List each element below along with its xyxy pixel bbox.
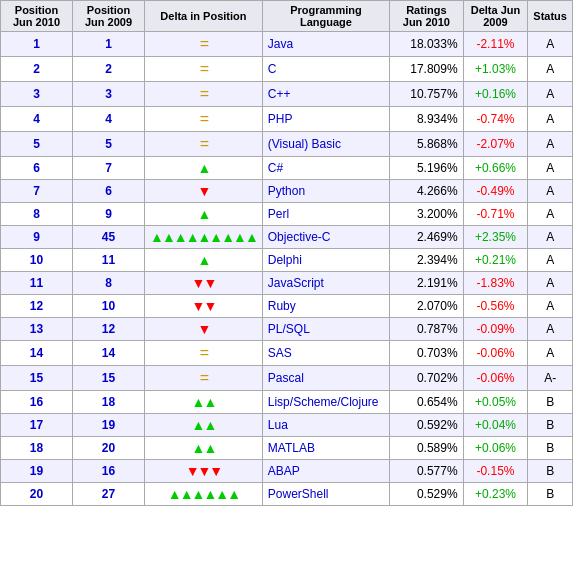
header-ratings-jun2010: Ratings Jun 2010 <box>390 1 464 32</box>
delta-same-icon: = <box>200 369 207 386</box>
position-jun2010: 4 <box>1 107 73 132</box>
rating-value: 10.757% <box>390 82 464 107</box>
delta-down-icon: ▼▼ <box>192 275 216 291</box>
language-name: PowerShell <box>262 483 389 506</box>
delta-position: = <box>145 366 263 391</box>
table-row: 3 3 = C++ 10.757% +0.16% A <box>1 82 573 107</box>
delta-position: ▲▲▲▲▲▲ <box>145 483 263 506</box>
delta-position: ▲ <box>145 203 263 226</box>
delta-up-icon: ▲ <box>197 206 209 222</box>
position-jun2010: 13 <box>1 318 73 341</box>
position-jun2009: 3 <box>73 82 145 107</box>
delta-up-icon: ▲▲ <box>192 440 216 456</box>
status-badge: A- <box>528 366 573 391</box>
delta-position: ▼ <box>145 180 263 203</box>
delta-rating: +1.03% <box>463 57 528 82</box>
delta-up-icon: ▲▲▲▲▲▲ <box>168 486 239 502</box>
delta-position: ▲▲ <box>145 414 263 437</box>
table-row: 4 4 = PHP 8.934% -0.74% A <box>1 107 573 132</box>
delta-down-icon: ▼▼▼ <box>186 463 222 479</box>
delta-position: ▼ <box>145 318 263 341</box>
rating-value: 18.033% <box>390 32 464 57</box>
position-jun2010: 5 <box>1 132 73 157</box>
position-jun2009: 12 <box>73 318 145 341</box>
delta-rating: -0.06% <box>463 341 528 366</box>
position-jun2009: 6 <box>73 180 145 203</box>
position-jun2009: 11 <box>73 249 145 272</box>
language-name: Pascal <box>262 366 389 391</box>
status-badge: B <box>528 391 573 414</box>
language-name: Perl <box>262 203 389 226</box>
table-row: 10 11 ▲ Delphi 2.394% +0.21% A <box>1 249 573 272</box>
status-badge: B <box>528 437 573 460</box>
delta-position: = <box>145 82 263 107</box>
table-row: 6 7 ▲ C# 5.196% +0.66% A <box>1 157 573 180</box>
delta-rating: +0.06% <box>463 437 528 460</box>
delta-position: = <box>145 341 263 366</box>
position-jun2009: 4 <box>73 107 145 132</box>
delta-rating: +0.05% <box>463 391 528 414</box>
delta-rating: +0.66% <box>463 157 528 180</box>
delta-up-icon: ▲▲▲▲▲▲▲▲▲ <box>150 229 257 245</box>
table-row: 1 1 = Java 18.033% -2.11% A <box>1 32 573 57</box>
delta-same-icon: = <box>200 110 207 127</box>
delta-rating: -2.11% <box>463 32 528 57</box>
rating-value: 8.934% <box>390 107 464 132</box>
position-jun2010: 10 <box>1 249 73 272</box>
position-jun2009: 27 <box>73 483 145 506</box>
position-jun2010: 12 <box>1 295 73 318</box>
status-badge: A <box>528 107 573 132</box>
delta-rating: -0.15% <box>463 460 528 483</box>
position-jun2010: 7 <box>1 180 73 203</box>
table-row: 5 5 = (Visual) Basic 5.868% -2.07% A <box>1 132 573 157</box>
status-badge: B <box>528 483 573 506</box>
table-row: 8 9 ▲ Perl 3.200% -0.71% A <box>1 203 573 226</box>
status-badge: A <box>528 82 573 107</box>
language-name: Java <box>262 32 389 57</box>
delta-down-icon: ▼ <box>197 183 209 199</box>
position-jun2010: 19 <box>1 460 73 483</box>
delta-rating: -0.09% <box>463 318 528 341</box>
delta-rating: +0.04% <box>463 414 528 437</box>
rating-value: 0.654% <box>390 391 464 414</box>
rating-value: 2.191% <box>390 272 464 295</box>
rating-value: 0.529% <box>390 483 464 506</box>
position-jun2010: 20 <box>1 483 73 506</box>
table-row: 7 6 ▼ Python 4.266% -0.49% A <box>1 180 573 203</box>
table-row: 18 20 ▲▲ MATLAB 0.589% +0.06% B <box>1 437 573 460</box>
delta-position: ▼▼ <box>145 272 263 295</box>
position-jun2009: 19 <box>73 414 145 437</box>
delta-rating: +2.35% <box>463 226 528 249</box>
delta-position: ▲ <box>145 157 263 180</box>
position-jun2010: 8 <box>1 203 73 226</box>
delta-position: ▲▲ <box>145 437 263 460</box>
delta-same-icon: = <box>200 85 207 102</box>
position-jun2010: 14 <box>1 341 73 366</box>
header-lang: Programming Language <box>262 1 389 32</box>
delta-up-icon: ▲ <box>197 252 209 268</box>
status-badge: A <box>528 226 573 249</box>
table-row: 2 2 = C 17.809% +1.03% A <box>1 57 573 82</box>
rating-value: 5.868% <box>390 132 464 157</box>
rating-value: 2.469% <box>390 226 464 249</box>
position-jun2009: 2 <box>73 57 145 82</box>
delta-down-icon: ▼ <box>197 321 209 337</box>
position-jun2009: 16 <box>73 460 145 483</box>
delta-position: = <box>145 32 263 57</box>
delta-same-icon: = <box>200 135 207 152</box>
position-jun2009: 1 <box>73 32 145 57</box>
language-name: PHP <box>262 107 389 132</box>
position-jun2009: 15 <box>73 366 145 391</box>
status-badge: A <box>528 341 573 366</box>
position-jun2009: 45 <box>73 226 145 249</box>
delta-position: = <box>145 132 263 157</box>
table-row: 19 16 ▼▼▼ ABAP 0.577% -0.15% B <box>1 460 573 483</box>
status-badge: A <box>528 180 573 203</box>
rating-value: 17.809% <box>390 57 464 82</box>
rating-value: 0.592% <box>390 414 464 437</box>
rating-value: 3.200% <box>390 203 464 226</box>
position-jun2009: 7 <box>73 157 145 180</box>
status-badge: A <box>528 57 573 82</box>
language-name: Delphi <box>262 249 389 272</box>
status-badge: B <box>528 460 573 483</box>
